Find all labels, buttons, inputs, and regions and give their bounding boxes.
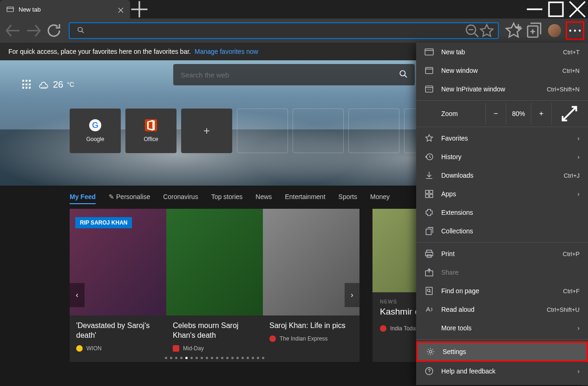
news-card[interactable]: Celebs mourn Saroj Khan's death Mid-Day — [166, 209, 263, 362]
apps-icon — [425, 189, 434, 199]
svg-rect-17 — [426, 229, 431, 235]
carousel: ‹ › RIP SAROJ KHAN 'Devastated by Saroj'… — [70, 209, 359, 362]
close-window-button[interactable] — [567, 0, 588, 19]
manage-favorites-link[interactable]: Manage favorites now — [195, 48, 258, 55]
new-tab-button[interactable] — [130, 0, 149, 19]
address-input[interactable] — [88, 27, 464, 34]
minimize-button[interactable] — [524, 0, 545, 19]
menu-extensions[interactable]: Extensions — [416, 203, 588, 222]
web-search-box[interactable] — [173, 64, 415, 85]
chevron-right-icon: › — [577, 190, 580, 198]
window-controls — [524, 0, 588, 19]
menu-read-aloud[interactable]: Read aloud Ctrl+Shift+U — [416, 300, 588, 319]
close-tab-icon[interactable] — [118, 6, 124, 12]
source-icon — [380, 325, 386, 332]
fullscreen-button[interactable] — [559, 103, 580, 124]
svg-rect-22 — [426, 287, 432, 295]
svg-point-8 — [400, 71, 405, 76]
avatar — [548, 24, 561, 37]
tile-google[interactable]: G Google — [70, 109, 121, 153]
menu-history[interactable]: History › — [416, 148, 588, 166]
favorites-button[interactable] — [504, 21, 523, 40]
forward-button[interactable] — [24, 21, 43, 40]
zoom-out-button[interactable]: − — [486, 103, 506, 125]
favorite-star-icon[interactable] — [479, 23, 494, 38]
chevron-right-icon: › — [577, 153, 580, 161]
zoom-indicator-icon[interactable] — [464, 23, 479, 38]
svg-rect-11 — [425, 86, 433, 92]
search-icon — [77, 26, 84, 35]
svg-rect-15 — [425, 194, 429, 198]
source-icon — [269, 335, 276, 342]
tile-label: Google — [86, 136, 105, 142]
collections-button[interactable] — [525, 21, 543, 40]
settings-menu: New tab Ctrl+T New window Ctrl+N New InP… — [416, 43, 588, 385]
window-icon — [425, 66, 434, 75]
zoom-value: 80% — [506, 103, 531, 125]
apps-grid-icon[interactable] — [22, 80, 32, 89]
svg-rect-16 — [430, 194, 433, 198]
menu-apps[interactable]: Apps › — [416, 185, 588, 203]
zoom-in-button[interactable]: + — [531, 103, 552, 125]
chevron-right-icon: › — [577, 324, 580, 332]
menu-new-tab[interactable]: New tab Ctrl+T — [416, 43, 588, 61]
carousel-prev-button[interactable]: ‹ — [70, 283, 85, 307]
menu-downloads[interactable]: Downloads Ctrl+J — [416, 166, 588, 185]
feed-tab-money[interactable]: Money — [370, 193, 390, 204]
history-icon — [425, 152, 434, 161]
feed-tab-news[interactable]: News — [255, 193, 272, 204]
star-icon — [425, 134, 434, 143]
search-icon[interactable] — [399, 70, 407, 80]
card-image — [166, 209, 263, 315]
new-tab-icon — [425, 47, 434, 57]
tile-add[interactable]: + — [181, 109, 232, 153]
menu-more-tools[interactable]: More tools › — [416, 319, 588, 337]
more-menu-button[interactable] — [566, 21, 584, 40]
help-icon — [425, 367, 434, 376]
card-title: Celebs mourn Saroj Khan's death — [173, 321, 256, 341]
card-title: Saroj Khan: Life in pics — [269, 321, 353, 331]
weather-icon — [38, 79, 49, 90]
svg-point-24 — [429, 350, 432, 353]
carousel-next-button[interactable]: › — [345, 283, 359, 307]
menu-favorites[interactable]: Favorites › — [416, 129, 588, 148]
refresh-button[interactable] — [45, 21, 63, 40]
share-icon — [425, 268, 434, 277]
card-badge: RIP SAROJ KHAN — [75, 217, 132, 228]
tile-office[interactable]: Office — [125, 109, 176, 153]
card-source: Mid-Day — [183, 345, 204, 352]
svg-rect-14 — [430, 190, 433, 193]
address-bar[interactable] — [69, 22, 499, 39]
feed-tab-personalise[interactable]: ✎Personalise — [109, 193, 150, 204]
tile-empty[interactable] — [348, 109, 399, 153]
weather-widget[interactable]: 26°C — [38, 79, 74, 90]
menu-share: Share — [416, 263, 588, 282]
tile-empty[interactable] — [293, 109, 344, 153]
feed-tab-coronavirus[interactable]: Coronavirus — [163, 193, 198, 204]
carousel-dots[interactable] — [165, 357, 264, 359]
browser-tab[interactable]: New tab — [0, 0, 130, 19]
menu-print[interactable]: Print Ctrl+P — [416, 244, 588, 263]
tile-label: Office — [144, 136, 158, 142]
menu-settings[interactable]: Settings — [416, 341, 588, 362]
menu-new-window[interactable]: New window Ctrl+N — [416, 61, 588, 80]
web-search-input[interactable] — [181, 71, 399, 79]
profile-button[interactable] — [545, 21, 564, 40]
feed-tab-entertainment[interactable]: Entertainment — [285, 193, 325, 204]
feed-tab-topstories[interactable]: Top stories — [211, 193, 243, 204]
favorites-bar-text: For quick access, place your favorites h… — [8, 48, 191, 55]
menu-collections[interactable]: Collections — [416, 222, 588, 240]
office-icon — [145, 119, 157, 131]
collections-icon — [425, 226, 434, 236]
tile-empty[interactable] — [237, 109, 288, 153]
titlebar: New tab — [0, 0, 588, 19]
back-button[interactable] — [4, 21, 22, 40]
menu-find[interactable]: Find on page Ctrl+F — [416, 282, 588, 300]
feed-tab-myfeed[interactable]: My Feed — [70, 193, 96, 204]
menu-inprivate[interactable]: New InPrivate window Ctrl+Shift+N — [416, 80, 588, 98]
maximize-button[interactable] — [545, 0, 567, 19]
svg-point-6 — [574, 30, 576, 32]
inprivate-icon — [425, 84, 434, 94]
menu-help[interactable]: Help and feedback › — [416, 362, 588, 380]
feed-tab-sports[interactable]: Sports — [339, 193, 357, 204]
